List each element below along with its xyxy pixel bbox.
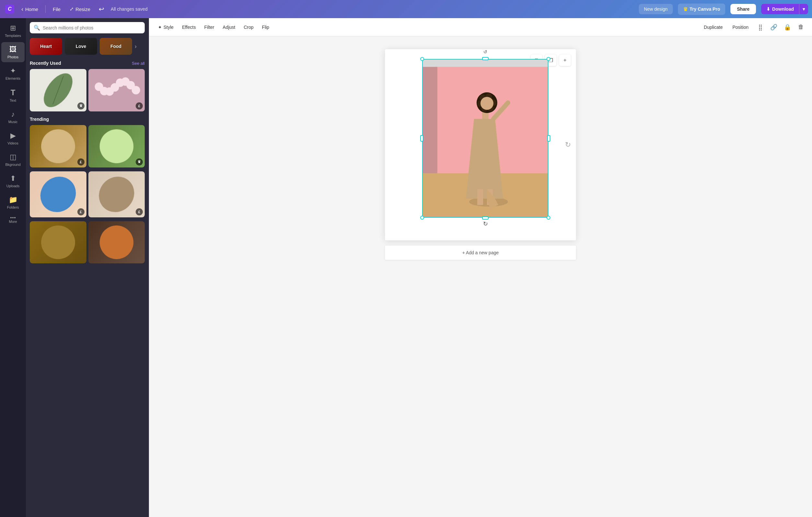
category-tag-love[interactable]: Love [65, 38, 97, 55]
videos-icon: ▶ [10, 132, 16, 140]
toolbar-right: Duplicate Position ⣿ 🔗 🔒 🗑 [700, 21, 807, 33]
recently-used-grid: ♛ £ [30, 69, 145, 111]
canvas-scroll: ⧉ ❐ + [149, 36, 812, 517]
sidebar-item-more[interactable]: More [1, 214, 25, 227]
add-page-bar[interactable]: + Add a new page [385, 246, 576, 260]
resize-icon: ⤢ [69, 6, 74, 12]
canvas-add-icon-btn[interactable]: + [559, 54, 571, 66]
sidebar-item-elements[interactable]: ✦ Elements [1, 63, 25, 84]
rotate-handle-bottom[interactable]: ↻ [483, 220, 488, 227]
download-main[interactable]: ⬇ Download [761, 4, 799, 14]
mosaic-icon-btn[interactable]: ⣿ [754, 21, 766, 33]
trending-photo-4[interactable]: £ [88, 171, 145, 217]
sidebar-item-background[interactable]: ◫ Bkground [1, 149, 25, 170]
category-strip: Heart Love Food › [26, 36, 149, 57]
download-button[interactable]: ⬇ Download ▾ [761, 4, 808, 14]
top-navigation: C ‹ Home File ⤢ Resize ↩ All changes sav… [0, 0, 812, 18]
download-icon: ⬇ [766, 6, 770, 12]
resize-button[interactable]: ⤢ Resize [66, 4, 93, 14]
toolbar-adjust[interactable]: Adjust [219, 23, 239, 32]
sidebar-item-photos[interactable]: 🖼 Photos [1, 42, 25, 62]
trending-photo-6[interactable] [88, 221, 145, 264]
canva-logo-area: C [4, 4, 16, 13]
hide-panel-toggle[interactable]: ‹ [147, 260, 149, 275]
search-area: 🔍 [26, 18, 149, 36]
search-input[interactable] [43, 25, 141, 30]
pro-badge-2: £ [136, 102, 143, 109]
nav-divider [45, 5, 46, 13]
canva-logo: C [5, 4, 14, 13]
link-icon-btn[interactable]: 🔗 [768, 21, 780, 33]
crown-icon: ♛ [683, 6, 688, 12]
trending-photo-5[interactable] [30, 221, 86, 264]
sidebar-item-templates[interactable]: ⊞ Templates [1, 21, 25, 41]
woman-photo [422, 59, 548, 218]
trending-photo-3[interactable]: £ [30, 171, 86, 217]
sidebar-item-text[interactable]: T Text [1, 85, 25, 106]
toolbar-effects[interactable]: Effects [178, 23, 200, 32]
trending-photo-2[interactable]: ♛ [88, 125, 145, 167]
pro-badge-1: ♛ [77, 102, 85, 109]
photos-panel: 🔍 Heart Love Food › Recently Used See al… [26, 18, 149, 517]
file-menu[interactable]: File [50, 4, 64, 14]
photos-scroll-area: Recently Used See all ♛ £ Trending [26, 57, 149, 517]
sidebar-item-videos[interactable]: ▶ Videos [1, 128, 25, 148]
sidebar-item-music[interactable]: ♪ Music [1, 107, 25, 127]
category-tag-heart[interactable]: Heart [30, 38, 62, 55]
trending-photo-1[interactable]: £ [30, 125, 86, 167]
trending-header: Trending [30, 117, 145, 122]
download-dropdown-arrow[interactable]: ▾ [799, 4, 808, 14]
uploads-icon: ⬆ [10, 174, 16, 183]
photos-icon: 🖼 [9, 45, 17, 54]
toolbar-style[interactable]: ✦ Style [154, 23, 177, 32]
music-icon: ♪ [11, 110, 15, 118]
pro-badge-t2: ♛ [136, 158, 143, 166]
sidebar-item-folders[interactable]: 📁 Folders [1, 192, 25, 213]
saved-status: All changes saved [111, 6, 148, 12]
category-tag-food[interactable]: Food [100, 38, 132, 55]
try-pro-button[interactable]: ♛ Try Canva Pro [678, 4, 725, 15]
elements-icon: ✦ [10, 67, 16, 75]
pro-badge-t1: £ [77, 158, 85, 166]
sidebar-item-uploads[interactable]: ⬆ Uploads [1, 171, 25, 191]
right-rotate-icon: ↻ [565, 141, 571, 149]
see-all-button[interactable]: See all [132, 61, 145, 66]
share-button[interactable]: Share [730, 4, 756, 14]
canvas-right-rotate[interactable]: ↻ [565, 141, 571, 149]
style-icon: ✦ [158, 25, 162, 30]
templates-icon: ⊞ [10, 24, 16, 32]
folders-icon: 📁 [9, 196, 18, 204]
more-dots-icon [10, 217, 16, 218]
pro-badge-t3: £ [77, 208, 85, 215]
toolbar-duplicate[interactable]: Duplicate [700, 23, 727, 32]
canvas-area: ✦ Style Effects Filter Adjust Crop Flip … [149, 18, 812, 517]
recently-used-header: Recently Used See all [30, 61, 145, 66]
background-icon: ◫ [10, 153, 17, 161]
undo-button[interactable]: ↩ [96, 3, 107, 15]
category-scroll-right-icon[interactable]: › [135, 43, 137, 50]
toolbar-filter[interactable]: Filter [200, 23, 218, 32]
home-button[interactable]: ‹ Home [18, 4, 41, 15]
lock-icon-btn[interactable]: 🔒 [782, 21, 793, 33]
selected-image[interactable]: ↺ ↻ [422, 59, 548, 218]
canvas-page: ⧉ ❐ + [385, 49, 576, 240]
toolbar-position[interactable]: Position [728, 23, 752, 32]
search-box[interactable]: 🔍 [30, 22, 145, 33]
new-design-button[interactable]: New design [639, 4, 673, 14]
main-area: ⊞ Templates 🖼 Photos ✦ Elements T Text ♪… [0, 18, 812, 517]
chevron-left-icon: ‹ [21, 6, 23, 12]
delete-icon-btn[interactable]: 🗑 [795, 21, 807, 33]
pro-badge-t4: £ [136, 208, 143, 215]
search-icon: 🔍 [34, 25, 40, 31]
text-icon: T [11, 88, 16, 97]
toolbar-flip[interactable]: Flip [258, 23, 273, 32]
icon-sidebar: ⊞ Templates 🖼 Photos ✦ Elements T Text ♪… [0, 18, 26, 517]
toolbar: ✦ Style Effects Filter Adjust Crop Flip … [149, 18, 812, 36]
recent-photo-1[interactable]: ♛ [30, 69, 86, 111]
recent-photo-2[interactable]: £ [88, 69, 145, 111]
toolbar-crop[interactable]: Crop [240, 23, 257, 32]
rotate-handle-top[interactable]: ↺ [483, 49, 487, 54]
trending-grid: £ ♛ £ £ [30, 125, 145, 264]
